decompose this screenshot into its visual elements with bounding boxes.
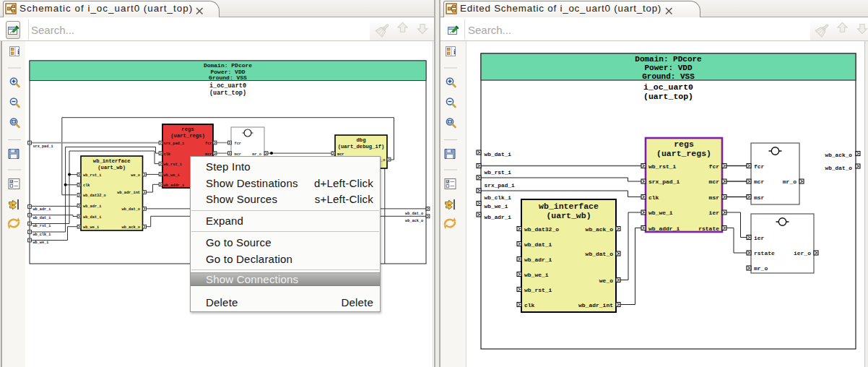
svg-text:wb_dat32_o: wb_dat32_o — [83, 194, 106, 198]
svg-text:ier_o: ier_o — [794, 250, 811, 256]
svg-text:ier: ier — [754, 235, 765, 241]
svg-text:(uart_regs): (uart_regs) — [170, 133, 204, 139]
svg-text:srx_pad_i: srx_pad_i — [33, 144, 53, 149]
svg-text:regs: regs — [181, 126, 194, 132]
svg-text:Ground: VSS: Ground: VSS — [642, 72, 695, 81]
svg-text:wb_rst_i: wb_rst_i — [648, 163, 677, 170]
svg-text:mr_o: mr_o — [783, 178, 797, 185]
svg-text:(uart_top): (uart_top) — [643, 92, 693, 101]
svg-text:wb_ack_o: wb_ack_o — [122, 225, 140, 230]
svg-text:i: i — [453, 48, 456, 56]
svg-text:mr_o: mr_o — [754, 265, 768, 272]
svg-text:(uart_regs): (uart_regs) — [656, 149, 711, 158]
svg-text:i: i — [17, 48, 19, 56]
svg-text:Domain: PDcore: Domain: PDcore — [204, 62, 252, 69]
svg-text:fcr: fcr — [709, 163, 720, 170]
svg-text:wb_interface: wb_interface — [93, 158, 131, 164]
svg-text:clk: clk — [648, 194, 659, 201]
svg-text:wb_we_i: wb_we_i — [524, 272, 549, 278]
svg-text:regs: regs — [674, 139, 694, 149]
svg-text:wb_we_i: wb_we_i — [485, 204, 508, 210]
svg-text:clk: clk — [164, 152, 171, 157]
svg-text:Ground: VSS: Ground: VSS — [209, 74, 247, 81]
svg-text:wb_rst_i: wb_rst_i — [485, 170, 512, 176]
svg-text:fcr: fcr — [754, 163, 765, 170]
svg-text:wb_ack_o: wb_ack_o — [405, 219, 423, 223]
svg-text:(uart_top): (uart_top) — [209, 90, 246, 97]
svg-text:wb_adr_i: wb_adr_i — [33, 207, 51, 212]
svg-text:wb_ack_o: wb_ack_o — [586, 226, 614, 233]
svg-text:(uart_wb): (uart_wb) — [97, 165, 126, 170]
svg-text:wb_ack_o: wb_ack_o — [825, 152, 853, 158]
svg-text:wb_addr_i: wb_addr_i — [648, 225, 680, 232]
svg-text:wb_clk_i: wb_clk_i — [33, 233, 51, 237]
svg-text:wb_rst_i: wb_rst_i — [524, 287, 552, 293]
svg-text:wb_adr_int: wb_adr_int — [578, 302, 613, 308]
svg-text:wb_rst_i: wb_rst_i — [33, 224, 51, 228]
svg-text:wb_we_i: wb_we_i — [33, 241, 49, 245]
svg-text:ier: ier — [709, 210, 720, 216]
svg-text:srx_pad_i: srx_pad_i — [485, 183, 515, 189]
svg-text:wb_rst_i: wb_rst_i — [83, 173, 101, 178]
svg-text:wb_interface: wb_interface — [539, 202, 599, 211]
svg-text:wb_dat_i: wb_dat_i — [33, 216, 51, 220]
svg-text:wb_dat_o: wb_dat_o — [405, 212, 423, 216]
svg-text:wb_dat_o: wb_dat_o — [122, 207, 140, 212]
svg-text:wb_addr_i: wb_addr_i — [164, 184, 185, 188]
svg-text:wb_dat_o: wb_dat_o — [586, 251, 614, 257]
svg-text:(uart_wb): (uart_wb) — [546, 211, 591, 220]
svg-text:wb_adr_i: wb_adr_i — [524, 256, 552, 263]
svg-text:Power: VDD: Power: VDD — [644, 64, 692, 72]
svg-text:msr: msr — [709, 194, 720, 201]
svg-text:we_o: we_o — [131, 173, 140, 178]
svg-text:wb_dat_i: wb_dat_i — [83, 215, 101, 220]
svg-text:mcr: mcr — [754, 178, 765, 185]
svg-text:wb_adr_i: wb_adr_i — [83, 204, 101, 209]
svg-text:i_oc_uart0: i_oc_uart0 — [643, 82, 693, 92]
svg-text:i_oc_uart0: i_oc_uart0 — [209, 82, 246, 90]
svg-text:srx_pad_i: srx_pad_i — [648, 178, 680, 185]
svg-text:rstate: rstate — [754, 250, 775, 256]
svg-text:wb_dat_i: wb_dat_i — [524, 241, 552, 248]
svg-text:fcr: fcr — [235, 142, 242, 146]
svg-text:wb_adr_i: wb_adr_i — [485, 215, 512, 220]
svg-text:msr: msr — [754, 194, 765, 201]
svg-text:clk: clk — [524, 302, 535, 308]
svg-text:wb_adr_int: wb_adr_int — [117, 191, 140, 195]
svg-text:Domain: PDcore: Domain: PDcore — [635, 55, 702, 64]
svg-text:wb_dat32_o: wb_dat32_o — [524, 226, 559, 233]
svg-text:wb_clk_i: wb_clk_i — [485, 195, 512, 201]
svg-text:clk: clk — [83, 184, 90, 188]
svg-text:rstate: rstate — [698, 225, 719, 232]
svg-text:fcr: fcr — [205, 142, 212, 146]
svg-text:srx_pad_i: srx_pad_i — [164, 142, 185, 146]
svg-text:mcr: mcr — [709, 178, 720, 185]
svg-text:wb_we_i: wb_we_i — [648, 210, 673, 216]
svg-text:wb_rst_i: wb_rst_i — [164, 163, 182, 167]
svg-text:we_o: we_o — [599, 277, 613, 284]
svg-text:(uart_debug_if): (uart_debug_if) — [338, 144, 385, 150]
svg-text:wb_we_i: wb_we_i — [164, 173, 180, 178]
svg-text:dbg: dbg — [357, 137, 366, 143]
svg-text:wb_dat_o: wb_dat_o — [825, 165, 853, 171]
svg-text:wb_we_i: wb_we_i — [83, 225, 99, 230]
svg-text:wb_dat_i: wb_dat_i — [485, 152, 512, 157]
